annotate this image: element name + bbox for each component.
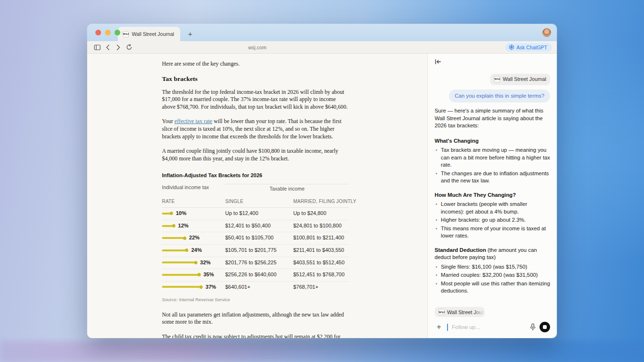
- minimize-button[interactable]: [105, 30, 111, 35]
- wallpaper-accent: [0, 341, 644, 362]
- attachment-chip[interactable]: WSJ Wall Street Journal: [490, 74, 550, 85]
- chatgpt-sidebar: WSJ Wall Street Journal Can you explain …: [427, 54, 557, 338]
- collapse-icon: [435, 59, 441, 65]
- married-range: $768,701+: [293, 282, 349, 294]
- composer-source-chip[interactable]: WSJ Wall Street Journal: [435, 307, 484, 317]
- rate-value: 32%: [200, 259, 211, 267]
- text-cursor: [447, 324, 448, 331]
- traffic-lights: [95, 30, 120, 35]
- article-paragraph: Not all tax parameters get inflation adj…: [162, 311, 349, 326]
- rate-value: 22%: [189, 234, 200, 242]
- rate-value: 12%: [178, 222, 189, 230]
- user-avatar[interactable]: [542, 28, 551, 37]
- rate-value: 24%: [191, 247, 202, 254]
- tab-title: Wall Street Journal: [132, 31, 174, 37]
- browser-toolbar: wsj.com Ask ChatGPT: [87, 41, 557, 54]
- rate-bar: [162, 285, 203, 289]
- voice-mode-button[interactable]: [540, 322, 550, 332]
- assistant-bullet-list: Lower brackets (people with smaller inco…: [435, 201, 550, 240]
- close-button[interactable]: [95, 30, 101, 35]
- bullet-item: Married couples: $32,200 (was $31,500): [435, 272, 550, 279]
- ask-chatgpt-label: Ask ChatGPT: [517, 45, 547, 50]
- article-paragraph: The child tax credit is now subject to a…: [162, 333, 349, 338]
- rate-bar: [162, 261, 197, 264]
- rate-value: 10%: [176, 210, 186, 217]
- back-icon: [106, 45, 110, 50]
- composer-chip-label: Wall Street Journal: [447, 309, 484, 315]
- single-range: $12,401 to $50,400: [225, 220, 293, 233]
- collapse-sidebar-button[interactable]: [435, 59, 441, 65]
- stop-icon: [543, 325, 547, 329]
- paragraph-text: Your: [162, 118, 174, 124]
- url-display[interactable]: wsj.com: [87, 45, 427, 50]
- rate-bar: [162, 224, 175, 227]
- article-body: Here are some of the key changes. Tax br…: [162, 54, 349, 338]
- sidebar-header: [428, 54, 557, 70]
- forward-icon: [116, 45, 120, 50]
- article-paragraph: The threshold for the top federal income…: [162, 89, 349, 111]
- married-range: Up to $24,800: [293, 208, 349, 220]
- single-range: $256,226 to $640,600: [225, 269, 293, 282]
- effective-tax-rate-link[interactable]: effective tax rate: [174, 118, 212, 124]
- married-range: $403,551 to $512,450: [293, 257, 349, 270]
- single-range: Up to $12,400: [225, 208, 293, 220]
- table-group-label-right: Taxable income: [225, 184, 349, 196]
- bullet-item: This means more of your income is taxed …: [435, 225, 550, 240]
- article-pane: Here are some of the key changes. Tax br…: [87, 54, 427, 338]
- table-group-label-left: Individual income tax: [162, 184, 225, 196]
- zoom-button[interactable]: [115, 30, 120, 35]
- rate-value: 37%: [206, 283, 216, 291]
- bullet-item: Lower brackets (people with smaller inco…: [435, 201, 550, 215]
- sidebar-toggle-icon: [94, 45, 101, 50]
- single-range: $105,701 to $201,775: [225, 245, 293, 257]
- column-header-rate: RATE: [162, 196, 225, 208]
- wsj-chip-icon: WSJ: [494, 76, 500, 82]
- dictation-button[interactable]: [530, 323, 536, 331]
- married-range: $512,451 to $768,700: [293, 269, 349, 282]
- rate-bar: [162, 212, 173, 215]
- rate-bar: [162, 249, 188, 252]
- assistant-section-heading: Standard Deduction (the amount you can d…: [435, 247, 550, 261]
- browser-tab[interactable]: WSJ Wall Street Journal: [118, 27, 180, 41]
- assistant-section-heading: Estate and Gift Taxes: [435, 302, 550, 305]
- forward-button[interactable]: [113, 43, 124, 52]
- assistant-intro: Sure — here's a simple summary of what t…: [435, 107, 550, 130]
- assistant-bullet-list: Tax brackets are moving up — meaning you…: [435, 147, 550, 185]
- rate-bar: [162, 273, 201, 276]
- reload-icon: [126, 44, 132, 50]
- article-paragraph: Your effective tax rate will be lower th…: [162, 118, 349, 140]
- reload-button[interactable]: [124, 43, 134, 52]
- browser-window: WSJ Wall Street Journal + wsj.com Ask Ch…: [87, 24, 557, 338]
- user-message-bubble: Can you explain this in simple terms?: [449, 90, 550, 103]
- bullet-item: Most people will use this rather than it…: [435, 280, 550, 295]
- assistant-section-heading: How Much Are They Changing?: [435, 192, 550, 199]
- chat-menu-button[interactable]: [543, 60, 550, 64]
- single-range: $201,776 to $256,225: [225, 257, 293, 270]
- married-range: $211,401 to $403,550: [293, 245, 349, 257]
- bullet-item: Single filers: $16,100 (was $15,750): [435, 263, 550, 271]
- married-range: $100,801 to $211,400: [293, 232, 349, 245]
- bullet-item: The changes are due to inflation adjustm…: [435, 170, 550, 185]
- sidebar-toggle-button[interactable]: [92, 43, 103, 52]
- rate-bar: [162, 237, 186, 240]
- section-heading-tax-brackets: Tax brackets: [162, 75, 349, 83]
- column-header-married: MARRIED, FILING JOINTLY: [293, 196, 349, 208]
- microphone-icon: [530, 323, 536, 331]
- assistant-message: Sure — here's a simple summary of what t…: [435, 107, 550, 305]
- assistant-section-heading: What's Changing: [435, 137, 550, 145]
- article-paragraph: A married couple filing jointly could ha…: [162, 147, 349, 162]
- single-range: $50,401 to $105,700: [225, 232, 293, 245]
- single-range: $640,601+: [225, 282, 293, 294]
- add-attachment-button[interactable]: +: [435, 323, 443, 331]
- table-source: Source: Internal Revenue Service: [162, 296, 349, 304]
- chat-messages[interactable]: WSJ Wall Street Journal Can you explain …: [428, 70, 557, 305]
- bullet-item: Higher brackets: go up about 2.3%.: [435, 216, 550, 224]
- follow-up-input[interactable]: [452, 324, 526, 330]
- married-range: $24,801 to $100,800: [293, 220, 349, 233]
- table-title: Inflation-Adjusted Tax Brackets for 2026: [162, 172, 349, 180]
- back-button[interactable]: [103, 43, 113, 52]
- new-tab-button[interactable]: +: [186, 29, 195, 38]
- assistant-bullet-list: Single filers: $16,100 (was $15,750) Mar…: [435, 263, 550, 295]
- heading-bold: Standard Deduction: [435, 247, 486, 253]
- ask-chatgpt-button[interactable]: Ask ChatGPT: [505, 43, 552, 52]
